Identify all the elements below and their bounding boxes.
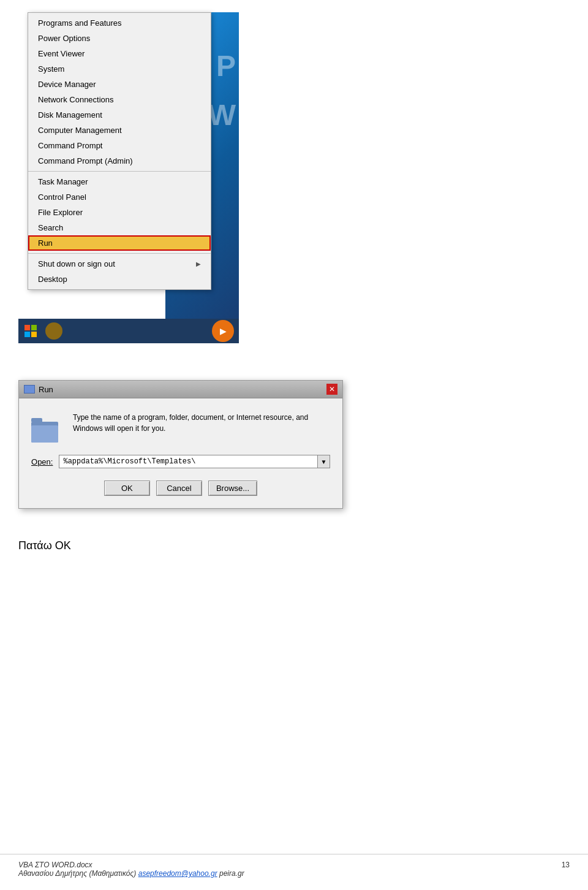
menu-item-device-manager[interactable]: Device Manager — [28, 77, 211, 92]
footer-email-link[interactable]: asepfreedom@yahoo.gr — [138, 869, 217, 878]
menu-item-search[interactable]: Search — [28, 220, 211, 235]
run-top-section: Type the name of a program, folder, docu… — [31, 411, 330, 443]
menu-item-task-manager[interactable]: Task Manager — [28, 174, 211, 189]
menu-item-event-viewer[interactable]: Event Viewer — [28, 46, 211, 61]
menu-item-run[interactable]: Run — [28, 235, 211, 251]
run-dialog[interactable]: Run ✕ Type the name of a program, folder… — [18, 380, 343, 509]
open-input-container: ▼ — [59, 455, 330, 468]
menu-item-programs-features[interactable]: Programs and Features — [28, 15, 211, 31]
run-dialog-buttons: OK Cancel Browse... — [31, 481, 330, 496]
context-menu[interactable]: Programs and Features Power Options Even… — [28, 12, 211, 290]
close-button[interactable]: ✕ — [326, 384, 337, 395]
open-label: Open: — [31, 457, 53, 466]
submenu-arrow-icon: ▶ — [196, 261, 201, 267]
run-description: Type the name of a program, folder, docu… — [73, 411, 330, 434]
patao-text: Πατάω ΟΚ — [18, 539, 570, 552]
windows-logo-icon — [24, 325, 37, 337]
menu-item-shut-down[interactable]: Shut down or sign out ▶ — [28, 256, 211, 272]
run-folder-icon — [31, 411, 63, 443]
start-button[interactable] — [18, 319, 43, 343]
taskbar-icon-1 — [43, 319, 65, 343]
context-menu-screenshot: P W Programs and Features Power Options … — [18, 12, 239, 343]
run-dialog-titlebar: Run ✕ — [19, 381, 342, 398]
menu-item-control-panel[interactable]: Control Panel — [28, 189, 211, 205]
menu-item-computer-management[interactable]: Computer Management — [28, 123, 211, 138]
taskbar: ▶ — [18, 319, 239, 343]
footer-site: peira.gr — [219, 869, 244, 878]
footer: VBA ΣΤΟ WORD.docx Αθανασίου Δημήτρης (Μα… — [0, 854, 588, 878]
footer-doc-name: VBA ΣΤΟ WORD.docx — [18, 861, 92, 869]
menu-separator — [28, 171, 211, 172]
menu-item-system[interactable]: System — [28, 61, 211, 77]
open-input[interactable] — [59, 455, 317, 468]
menu-item-command-prompt[interactable]: Command Prompt — [28, 138, 211, 153]
run-app-icon — [24, 385, 35, 394]
menu-item-file-explorer[interactable]: File Explorer — [28, 205, 211, 220]
footer-page-number: 13 — [562, 861, 570, 878]
menu-separator-2 — [28, 253, 211, 254]
open-dropdown-button[interactable]: ▼ — [317, 455, 330, 468]
footer-author: Αθανασίου Δημήτρης (Μαθηματικός) — [18, 869, 136, 878]
browse-button[interactable]: Browse... — [208, 481, 257, 496]
menu-item-disk-management[interactable]: Disk Management — [28, 107, 211, 123]
ok-button[interactable]: OK — [104, 481, 150, 496]
menu-item-network-connections[interactable]: Network Connections — [28, 92, 211, 107]
cancel-button[interactable]: Cancel — [156, 481, 202, 496]
menu-item-command-prompt-admin[interactable]: Command Prompt (Admin) — [28, 153, 211, 169]
run-open-row: Open: ▼ — [31, 455, 330, 468]
orange-play-button[interactable]: ▶ — [212, 320, 234, 342]
menu-item-power-options[interactable]: Power Options — [28, 31, 211, 46]
footer-left: VBA ΣΤΟ WORD.docx Αθανασίου Δημήτρης (Μα… — [18, 861, 244, 878]
run-dialog-container: Run ✕ Type the name of a program, folder… — [18, 380, 570, 509]
menu-item-desktop[interactable]: Desktop — [28, 272, 211, 287]
run-dialog-body: Type the name of a program, folder, docu… — [19, 398, 342, 508]
run-title-left: Run — [24, 385, 53, 394]
run-dialog-title: Run — [39, 385, 53, 394]
